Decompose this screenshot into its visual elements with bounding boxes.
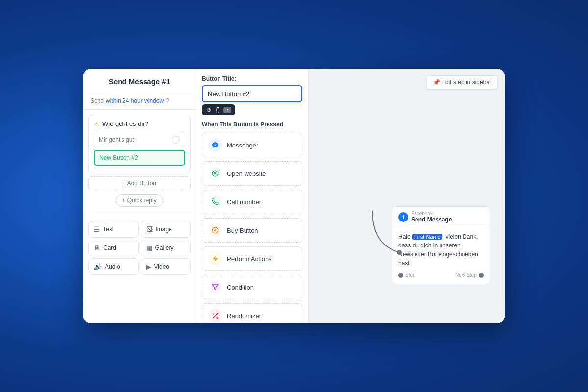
action-perform[interactable]: Perform Actions <box>202 246 302 271</box>
button-mir[interactable]: Mir geht's gut <box>94 132 185 147</box>
right-panel: 📌 Edit step in sidebar f Facebook Send M… <box>309 69 505 323</box>
connector-arrow <box>368 206 407 265</box>
circle-icon <box>172 136 180 144</box>
content-type-image[interactable]: 🖼 Image <box>141 221 191 238</box>
emoji-icon[interactable]: ☺ <box>206 106 212 113</box>
content-type-text[interactable]: ☰ Text <box>88 221 139 238</box>
svg-marker-4 <box>213 256 218 262</box>
when-pressed-title: When This Button is Pressed <box>202 121 302 128</box>
middle-panel: Button Title: ☺ {} 7 When This Button is… <box>196 69 309 323</box>
message-block: ⚠ Wie geht es dir? Mir geht's gut New Bu… <box>88 115 191 173</box>
action-website[interactable]: Open website <box>202 161 302 186</box>
help-icon[interactable]: ? <box>166 97 169 104</box>
card-icon: 🖥 <box>94 244 100 252</box>
actions-icon <box>208 252 222 266</box>
image-icon: 🖼 <box>146 225 153 233</box>
edit-step-label: 📌 Edit step in sidebar <box>433 79 491 86</box>
send-within-row: Send within 24 hour window ? <box>83 92 196 110</box>
content-type-video[interactable]: ▶ Video <box>141 258 191 275</box>
node-body: Halo First Name, vielen Dank, dass du di… <box>392 227 490 284</box>
call-icon <box>208 195 222 209</box>
content-type-grid: ☰ Text 🖼 Image 🖥 Card ▦ Gallery 🔊 Audio … <box>83 217 196 279</box>
message-warning: ⚠ Wie geht es dir? <box>94 120 185 128</box>
button-row: Mir geht's gut New Button #2 <box>94 132 185 166</box>
code-braces-icon[interactable]: {} <box>216 106 220 113</box>
node-type: Send Message <box>411 216 452 223</box>
text-icon: ☰ <box>94 225 100 233</box>
video-icon: ▶ <box>146 263 151 270</box>
action-call-label: Call number <box>227 198 261 206</box>
button-title-label: Button Title: <box>202 75 302 82</box>
randomizer-icon <box>208 309 222 322</box>
send-label: Send <box>90 98 104 104</box>
gallery-icon: ▦ <box>146 244 152 252</box>
within-link[interactable]: within 24 hour window <box>106 98 164 104</box>
messenger-icon <box>208 138 222 152</box>
action-buy[interactable]: Buy Button <box>202 218 302 243</box>
action-randomizer-label: Randomizer <box>227 312 261 319</box>
facebook-node: f Facebook Send Message Halo First Name,… <box>392 206 490 284</box>
step-indicator: Step <box>398 271 416 279</box>
content-type-gallery[interactable]: ▦ Gallery <box>141 240 191 256</box>
next-step-indicator: Next Step <box>455 271 484 279</box>
step-dot <box>398 273 403 278</box>
node-titles: Facebook Send Message <box>411 211 452 223</box>
buy-icon <box>208 223 222 237</box>
website-icon <box>208 167 222 180</box>
content-type-card[interactable]: 🖥 Card <box>88 240 139 256</box>
emoji-toolbar: ☺ {} 7 <box>202 104 235 115</box>
quick-reply-button[interactable]: + Quick reply <box>116 194 163 207</box>
message-text: Wie geht es dir? <box>102 120 148 127</box>
svg-point-9 <box>397 250 402 255</box>
node-platform: Facebook <box>411 211 452 216</box>
condition-icon <box>208 280 222 294</box>
node-header: f Facebook Send Message <box>392 206 490 227</box>
add-button[interactable]: + Add Button <box>88 176 191 190</box>
divider <box>83 214 196 214</box>
action-website-label: Open website <box>227 170 266 177</box>
action-buy-label: Buy Button <box>227 227 258 234</box>
action-messenger[interactable]: Messenger <box>202 133 302 157</box>
char-count-badge: 7 <box>223 107 231 113</box>
main-card: Send Message #1 Send within 24 hour wind… <box>83 69 505 323</box>
action-randomizer[interactable]: Randomizer <box>202 303 302 323</box>
audio-icon: 🔊 <box>94 263 102 270</box>
action-condition[interactable]: Condition <box>202 275 302 299</box>
button-new[interactable]: New Button #2 <box>94 150 185 166</box>
first-name-tag: First Name <box>412 234 442 240</box>
button-title-input[interactable] <box>202 85 302 102</box>
action-messenger-label: Messenger <box>227 142 258 149</box>
warning-icon: ⚠ <box>94 121 99 128</box>
action-condition-label: Condition <box>227 284 254 291</box>
svg-line-7 <box>213 313 214 315</box>
content-type-audio[interactable]: 🔊 Audio <box>88 258 139 275</box>
next-step-dot <box>479 273 484 278</box>
panel-title: Send Message #1 <box>83 69 196 92</box>
action-perform-label: Perform Actions <box>227 255 272 263</box>
node-steps: Step Next Step <box>398 271 484 279</box>
edit-step-button[interactable]: 📌 Edit step in sidebar <box>426 75 498 89</box>
action-call[interactable]: Call number <box>202 190 302 214</box>
left-panel: Send Message #1 Send within 24 hour wind… <box>83 69 196 323</box>
